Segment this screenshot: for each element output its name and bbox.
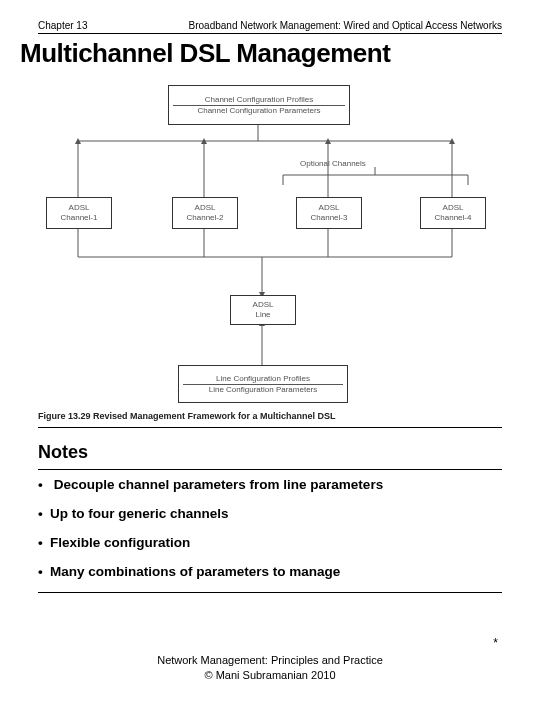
notes-heading: Notes: [38, 442, 540, 463]
slide-footer: Network Management: Principles and Pract…: [0, 653, 540, 682]
header-divider: [38, 33, 502, 34]
channel-config-params: Channel Configuration Parameters: [169, 106, 349, 116]
note-text: Many combinations of parameters to manag…: [50, 564, 340, 579]
footer-line2: © Mani Subramanian 2010: [0, 668, 540, 682]
diagram-container: Channel Configuration Profiles Channel C…: [38, 77, 502, 407]
diagram-connectors: [38, 77, 502, 407]
channel-number: Channel-4: [421, 213, 485, 223]
adsl-channel-3-box: ADSL Channel-3: [296, 197, 362, 229]
line-sub: Line: [231, 310, 295, 320]
channel-label: ADSL: [297, 203, 361, 213]
topic-label: Broadband Network Management: Wired and …: [189, 20, 502, 31]
channel-config-profiles: Channel Configuration Profiles: [169, 95, 349, 105]
note-text: Flexible configuration: [50, 535, 190, 550]
line-config-params: Line Configuration Parameters: [179, 385, 347, 395]
channel-number: Channel-1: [47, 213, 111, 223]
line-label: ADSL: [231, 300, 295, 310]
optional-channels-label: Optional Channels: [300, 159, 366, 168]
channel-label: ADSL: [173, 203, 237, 213]
note-item: •Flexible configuration: [38, 528, 502, 557]
adsl-line-box: ADSL Line: [230, 295, 296, 325]
line-config-box: Line Configuration Profiles Line Configu…: [178, 365, 348, 403]
figure-caption: Figure 13.29 Revised Management Framewor…: [38, 411, 502, 421]
channel-number: Channel-2: [173, 213, 237, 223]
page-title: Multichannel DSL Management: [20, 38, 540, 69]
slide-header: Chapter 13 Broadband Network Management:…: [0, 0, 540, 33]
channel-config-box: Channel Configuration Profiles Channel C…: [168, 85, 350, 125]
note-item: • Decouple channel parameters from line …: [38, 470, 502, 499]
footer-line1: Network Management: Principles and Pract…: [0, 653, 540, 667]
asterisk-mark: *: [493, 636, 498, 650]
note-text: Up to four generic channels: [50, 506, 229, 521]
adsl-channel-4-box: ADSL Channel-4: [420, 197, 486, 229]
adsl-channel-2-box: ADSL Channel-2: [172, 197, 238, 229]
channel-label: ADSL: [47, 203, 111, 213]
line-config-profiles: Line Configuration Profiles: [179, 374, 347, 384]
notes-list: • Decouple channel parameters from line …: [38, 470, 502, 586]
note-text: Decouple channel parameters from line pa…: [54, 477, 383, 492]
note-item: •Up to four generic channels: [38, 499, 502, 528]
notes-divider-bottom: [38, 592, 502, 593]
channel-number: Channel-3: [297, 213, 361, 223]
chapter-label: Chapter 13: [38, 20, 87, 31]
note-item: •Many combinations of parameters to mana…: [38, 557, 502, 586]
channel-label: ADSL: [421, 203, 485, 213]
notes-divider-top: [38, 427, 502, 428]
adsl-channel-1-box: ADSL Channel-1: [46, 197, 112, 229]
